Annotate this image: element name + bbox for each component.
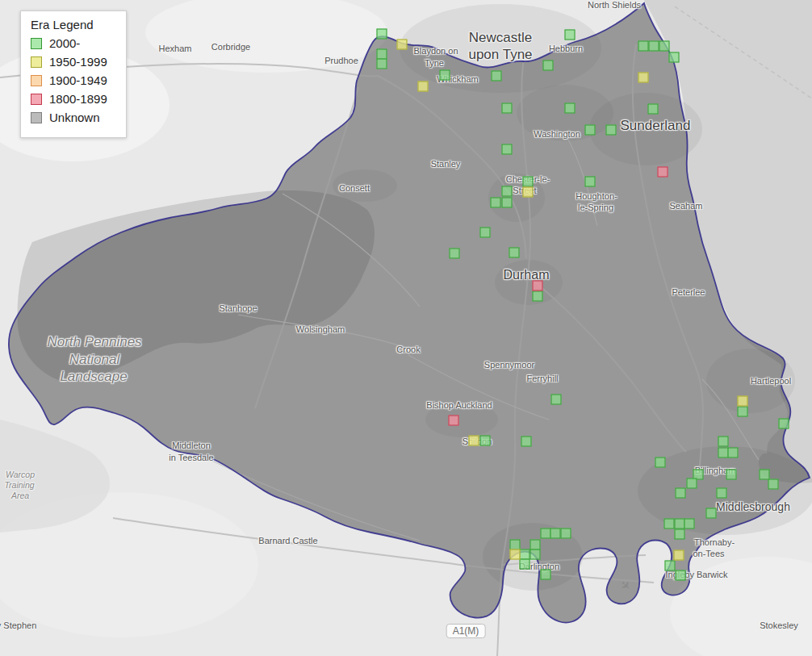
era-marker[interactable] — [717, 488, 727, 499]
map[interactable]: Newcastleupon TyneSunderlandDurhamMiddle… — [0, 0, 812, 656]
era-marker[interactable] — [450, 249, 460, 259]
era-marker[interactable] — [551, 395, 562, 405]
era-marker[interactable] — [675, 529, 685, 540]
legend-item-label: 1900-1949 — [49, 73, 107, 87]
legend-swatch-icon — [31, 75, 42, 86]
legend-item-label: 2000- — [49, 36, 80, 50]
era-marker[interactable] — [550, 529, 561, 539]
era-marker[interactable] — [533, 281, 543, 291]
era-marker[interactable] — [659, 41, 670, 52]
era-marker[interactable] — [669, 52, 680, 63]
era-marker[interactable] — [469, 436, 479, 446]
era-marker[interactable] — [674, 550, 684, 561]
legend-swatch-icon — [31, 112, 42, 123]
era-marker[interactable] — [397, 40, 408, 50]
era-marker[interactable] — [728, 448, 739, 458]
era-marker[interactable] — [491, 198, 501, 208]
legend-swatch-icon — [31, 94, 42, 105]
era-marker[interactable] — [648, 104, 659, 115]
era-marker[interactable] — [676, 570, 686, 581]
era-marker[interactable] — [585, 177, 596, 187]
legend-title: Era Legend — [31, 18, 116, 31]
era-marker[interactable] — [565, 103, 576, 114]
era-marker[interactable] — [684, 519, 695, 529]
era-marker[interactable] — [480, 228, 491, 238]
era-marker[interactable] — [655, 458, 666, 468]
era-marker[interactable] — [449, 416, 459, 426]
legend-item-label: 1800-1899 — [49, 92, 107, 106]
era-marker[interactable] — [565, 30, 576, 40]
era-marker[interactable] — [726, 470, 737, 480]
era-marker[interactable] — [658, 167, 668, 178]
era-marker[interactable] — [541, 570, 551, 580]
era-marker[interactable] — [523, 177, 534, 187]
era-marker[interactable] — [418, 81, 429, 92]
era-marker[interactable] — [377, 29, 387, 40]
era-marker[interactable] — [664, 519, 675, 529]
legend-item-label: 1950-1999 — [49, 55, 107, 69]
legend-item: 1950-1999 — [31, 55, 116, 69]
era-marker[interactable] — [502, 186, 513, 197]
road-badge: A1(M) — [446, 624, 486, 638]
era-marker[interactable] — [638, 41, 649, 52]
era-marker[interactable] — [502, 198, 513, 208]
era-marker[interactable] — [665, 561, 676, 571]
era-marker[interactable] — [768, 479, 779, 490]
era-marker[interactable] — [738, 396, 748, 407]
era-marker[interactable] — [480, 436, 491, 446]
legend-item: 1900-1949 — [31, 73, 116, 87]
era-marker[interactable] — [676, 488, 686, 499]
era-marker[interactable] — [687, 478, 697, 489]
legend-item: Unknown — [31, 111, 116, 124]
era-marker[interactable] — [502, 144, 513, 155]
legend-item: 1800-1899 — [31, 92, 116, 106]
era-marker[interactable] — [377, 59, 387, 69]
era-marker[interactable] — [492, 71, 502, 81]
era-marker[interactable] — [521, 437, 532, 447]
era-marker[interactable] — [606, 125, 617, 136]
legend-items: 2000-1950-19991900-19491800-1899Unknown — [31, 36, 116, 124]
legend-swatch-icon — [31, 56, 42, 68]
era-marker[interactable] — [585, 125, 596, 136]
era-marker[interactable] — [533, 291, 543, 302]
era-marker[interactable] — [509, 248, 520, 258]
era-marker[interactable] — [502, 103, 513, 114]
era-marker[interactable] — [738, 407, 748, 417]
era-marker[interactable] — [718, 437, 729, 447]
era-marker[interactable] — [530, 549, 541, 560]
legend-item: 2000- — [31, 36, 116, 50]
era-marker[interactable] — [520, 559, 530, 570]
legend-item-label: Unknown — [49, 111, 100, 124]
era-marker[interactable] — [543, 61, 554, 71]
era-marker[interactable] — [638, 73, 649, 83]
era-legend: Era Legend 2000-1950-19991900-19491800-1… — [20, 10, 127, 138]
era-marker[interactable] — [561, 529, 571, 539]
era-marker[interactable] — [706, 508, 717, 519]
era-marker[interactable] — [440, 70, 450, 81]
era-marker[interactable] — [510, 549, 521, 560]
era-marker[interactable] — [523, 187, 534, 198]
era-marker[interactable] — [779, 419, 789, 429]
legend-swatch-icon — [31, 38, 42, 49]
era-marker[interactable] — [649, 41, 659, 52]
